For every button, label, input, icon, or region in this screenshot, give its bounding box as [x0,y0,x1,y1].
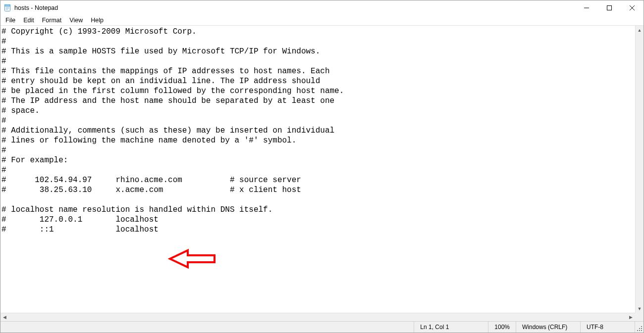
menu-bar: File Edit Format View Help [0,15,644,26]
window-controls [575,0,644,15]
scroll-up-icon[interactable]: ▲ [636,26,644,34]
status-cursor-position: Ln 1, Col 1 [414,322,488,333]
horizontal-scroll-track[interactable] [9,313,627,321]
svg-rect-12 [641,330,642,331]
scroll-corner [635,313,644,321]
vertical-scroll-track[interactable] [636,34,644,304]
menu-file[interactable]: File [1,16,19,25]
svg-rect-13 [639,330,640,331]
status-spacer [0,322,414,333]
scroll-down-icon[interactable]: ▼ [636,304,644,313]
svg-rect-10 [641,328,642,329]
close-button[interactable] [621,0,644,15]
editor-area: # Copyright (c) 1993-2009 Microsoft Corp… [0,26,644,321]
svg-rect-6 [607,6,612,10]
resize-grip-icon[interactable] [635,322,644,333]
menu-view[interactable]: View [65,16,87,25]
notepad-window: hosts - Notepad File Edit Format View He… [0,0,644,333]
svg-rect-14 [637,330,638,331]
scroll-right-icon[interactable]: ▶ [627,313,635,321]
window-title: hosts - Notepad [14,4,58,11]
status-zoom: 100% [488,322,516,333]
minimize-button[interactable] [575,0,598,15]
status-encoding: UTF-8 [580,322,635,333]
menu-format[interactable]: Format [38,16,66,25]
vertical-scrollbar[interactable]: ▲ ▼ [635,26,644,313]
scroll-left-icon[interactable]: ◀ [0,313,9,321]
status-bar: Ln 1, Col 1 100% Windows (CRLF) UTF-8 [0,321,644,333]
title-bar: hosts - Notepad [0,0,644,15]
status-line-endings: Windows (CRLF) [516,322,580,333]
menu-help[interactable]: Help [87,16,107,25]
text-editor[interactable]: # Copyright (c) 1993-2009 Microsoft Corp… [0,26,635,313]
svg-rect-11 [639,328,640,329]
horizontal-scrollbar[interactable]: ◀ ▶ [0,313,635,321]
menu-edit[interactable]: Edit [19,16,38,25]
notepad-icon [3,4,11,12]
svg-rect-1 [5,5,10,6]
svg-rect-9 [641,326,642,327]
maximize-button[interactable] [598,0,621,15]
